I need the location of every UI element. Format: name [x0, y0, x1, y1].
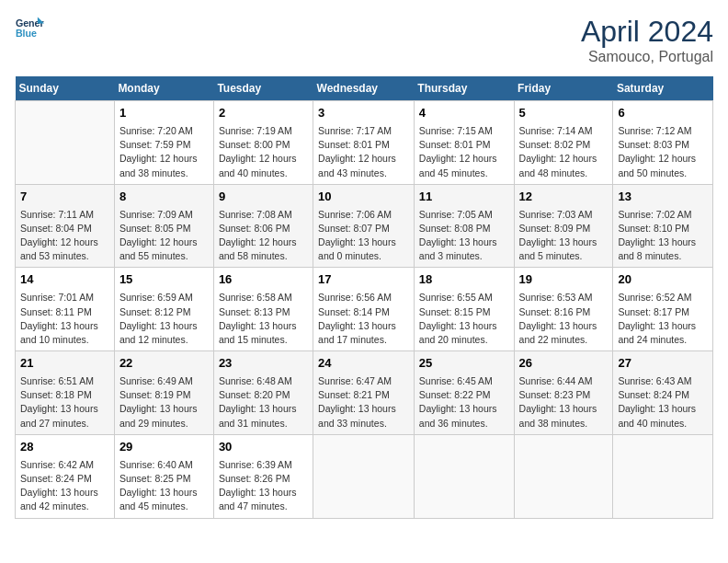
day-info: Sunrise: 7:11 AMSunset: 8:04 PMDaylight:…: [20, 208, 109, 264]
day-number: 3: [318, 105, 409, 122]
table-row: 28Sunrise: 6:42 AMSunset: 8:24 PMDayligh…: [16, 434, 115, 518]
day-info: Sunrise: 7:03 AMSunset: 8:09 PMDaylight:…: [519, 208, 609, 264]
day-info: Sunrise: 7:09 AMSunset: 8:05 PMDaylight:…: [119, 208, 209, 264]
calendar-table: SundayMondayTuesdayWednesdayThursdayFrid…: [15, 76, 713, 519]
day-number: 14: [20, 271, 109, 289]
table-row: 9Sunrise: 7:08 AMSunset: 8:06 PMDaylight…: [213, 184, 313, 268]
table-row: 2Sunrise: 7:19 AMSunset: 8:00 PMDaylight…: [213, 101, 313, 185]
table-row: 8Sunrise: 7:09 AMSunset: 8:05 PMDaylight…: [114, 184, 213, 268]
day-info: Sunrise: 7:08 AMSunset: 8:06 PMDaylight:…: [219, 208, 308, 264]
day-info: Sunrise: 7:02 AMSunset: 8:10 PMDaylight:…: [618, 208, 708, 264]
day-number: 13: [618, 189, 708, 206]
table-row: 30Sunrise: 6:39 AMSunset: 8:26 PMDayligh…: [213, 434, 313, 518]
table-row: 3Sunrise: 7:17 AMSunset: 8:01 PMDaylight…: [313, 101, 415, 185]
col-header-tuesday: Tuesday: [213, 76, 313, 101]
day-info: Sunrise: 6:44 AMSunset: 8:23 PMDaylight:…: [519, 374, 609, 431]
day-number: 4: [419, 105, 509, 122]
table-row: 17Sunrise: 6:56 AMSunset: 8:14 PMDayligh…: [313, 268, 415, 351]
day-number: 27: [618, 355, 708, 373]
table-row: 25Sunrise: 6:45 AMSunset: 8:22 PMDayligh…: [414, 351, 514, 435]
table-row: 13Sunrise: 7:02 AMSunset: 8:10 PMDayligh…: [613, 184, 713, 268]
day-info: Sunrise: 7:19 AMSunset: 8:00 PMDaylight:…: [219, 124, 308, 180]
table-row: 19Sunrise: 6:53 AMSunset: 8:16 PMDayligh…: [514, 268, 613, 351]
day-info: Sunrise: 6:49 AMSunset: 8:19 PMDaylight:…: [119, 374, 209, 431]
table-row: [514, 434, 613, 518]
day-number: 7: [20, 189, 109, 206]
table-row: 5Sunrise: 7:14 AMSunset: 8:02 PMDaylight…: [514, 101, 613, 185]
day-number: 28: [20, 439, 109, 456]
day-number: 25: [419, 355, 509, 373]
table-row: [313, 434, 415, 518]
day-info: Sunrise: 7:15 AMSunset: 8:01 PMDaylight:…: [419, 124, 509, 180]
col-header-thursday: Thursday: [414, 76, 514, 101]
day-number: 23: [219, 355, 308, 373]
table-row: [414, 434, 514, 518]
day-info: Sunrise: 6:58 AMSunset: 8:13 PMDaylight:…: [219, 291, 308, 347]
table-row: 15Sunrise: 6:59 AMSunset: 8:12 PMDayligh…: [114, 268, 213, 351]
day-info: Sunrise: 7:05 AMSunset: 8:08 PMDaylight:…: [419, 208, 509, 264]
day-number: 18: [419, 271, 509, 289]
day-number: 11: [419, 189, 509, 206]
table-row: 14Sunrise: 7:01 AMSunset: 8:11 PMDayligh…: [16, 268, 115, 351]
day-info: Sunrise: 6:42 AMSunset: 8:24 PMDaylight:…: [20, 458, 109, 514]
month-title: April 2024: [581, 15, 713, 49]
day-info: Sunrise: 6:52 AMSunset: 8:17 PMDaylight:…: [618, 291, 708, 347]
day-number: 2: [219, 105, 308, 122]
day-number: 17: [318, 271, 409, 289]
location-title: Samouco, Portugal: [581, 49, 713, 65]
col-header-wednesday: Wednesday: [313, 76, 415, 101]
table-row: 11Sunrise: 7:05 AMSunset: 8:08 PMDayligh…: [414, 184, 514, 268]
table-row: 29Sunrise: 6:40 AMSunset: 8:25 PMDayligh…: [114, 434, 213, 518]
table-row: 1Sunrise: 7:20 AMSunset: 7:59 PMDaylight…: [114, 101, 213, 185]
day-number: 15: [119, 271, 209, 289]
table-row: 18Sunrise: 6:55 AMSunset: 8:15 PMDayligh…: [414, 268, 514, 351]
day-number: 29: [119, 439, 209, 456]
table-row: 6Sunrise: 7:12 AMSunset: 8:03 PMDaylight…: [613, 101, 713, 185]
day-number: 6: [618, 105, 708, 122]
day-number: 5: [519, 105, 609, 122]
table-row: [613, 434, 713, 518]
day-number: 12: [519, 189, 609, 206]
day-info: Sunrise: 6:51 AMSunset: 8:18 PMDaylight:…: [20, 374, 109, 431]
table-row: 24Sunrise: 6:47 AMSunset: 8:21 PMDayligh…: [313, 351, 415, 435]
day-number: 22: [119, 355, 209, 373]
table-row: 27Sunrise: 6:43 AMSunset: 8:24 PMDayligh…: [613, 351, 713, 435]
day-info: Sunrise: 6:43 AMSunset: 8:24 PMDaylight:…: [618, 374, 708, 431]
day-info: Sunrise: 7:01 AMSunset: 8:11 PMDaylight:…: [20, 291, 109, 347]
col-header-monday: Monday: [114, 76, 213, 101]
table-row: 16Sunrise: 6:58 AMSunset: 8:13 PMDayligh…: [213, 268, 313, 351]
day-info: Sunrise: 7:14 AMSunset: 8:02 PMDaylight:…: [519, 124, 609, 180]
day-number: 21: [20, 355, 109, 373]
day-info: Sunrise: 6:55 AMSunset: 8:15 PMDaylight:…: [419, 291, 509, 347]
day-info: Sunrise: 6:40 AMSunset: 8:25 PMDaylight:…: [119, 458, 209, 514]
day-number: 16: [219, 271, 308, 289]
day-info: Sunrise: 7:06 AMSunset: 8:07 PMDaylight:…: [318, 208, 409, 264]
table-row: 20Sunrise: 6:52 AMSunset: 8:17 PMDayligh…: [613, 268, 713, 351]
header: General Blue April 2024 Samouco, Portuga…: [15, 15, 713, 65]
day-number: 19: [519, 271, 609, 289]
day-info: Sunrise: 7:20 AMSunset: 7:59 PMDaylight:…: [119, 124, 209, 180]
table-row: 7Sunrise: 7:11 AMSunset: 8:04 PMDaylight…: [16, 184, 115, 268]
col-header-friday: Friday: [514, 76, 613, 101]
svg-text:Blue: Blue: [16, 28, 37, 39]
day-number: 8: [119, 189, 209, 206]
col-header-sunday: Sunday: [16, 76, 115, 101]
table-row: 21Sunrise: 6:51 AMSunset: 8:18 PMDayligh…: [16, 351, 115, 435]
table-row: 4Sunrise: 7:15 AMSunset: 8:01 PMDaylight…: [414, 101, 514, 185]
table-row: [16, 101, 115, 185]
day-number: 10: [318, 189, 409, 206]
day-info: Sunrise: 6:59 AMSunset: 8:12 PMDaylight:…: [119, 291, 209, 347]
day-info: Sunrise: 7:17 AMSunset: 8:01 PMDaylight:…: [318, 124, 409, 180]
table-row: 12Sunrise: 7:03 AMSunset: 8:09 PMDayligh…: [514, 184, 613, 268]
day-number: 24: [318, 355, 409, 373]
day-info: Sunrise: 6:48 AMSunset: 8:20 PMDaylight:…: [219, 374, 308, 431]
day-info: Sunrise: 6:53 AMSunset: 8:16 PMDaylight:…: [519, 291, 609, 347]
table-row: 23Sunrise: 6:48 AMSunset: 8:20 PMDayligh…: [213, 351, 313, 435]
day-info: Sunrise: 6:45 AMSunset: 8:22 PMDaylight:…: [419, 374, 509, 431]
day-info: Sunrise: 6:47 AMSunset: 8:21 PMDaylight:…: [318, 374, 409, 431]
day-number: 1: [119, 105, 209, 122]
table-row: 22Sunrise: 6:49 AMSunset: 8:19 PMDayligh…: [114, 351, 213, 435]
day-number: 20: [618, 271, 708, 289]
logo-icon: General Blue: [15, 15, 44, 40]
table-row: 10Sunrise: 7:06 AMSunset: 8:07 PMDayligh…: [313, 184, 415, 268]
